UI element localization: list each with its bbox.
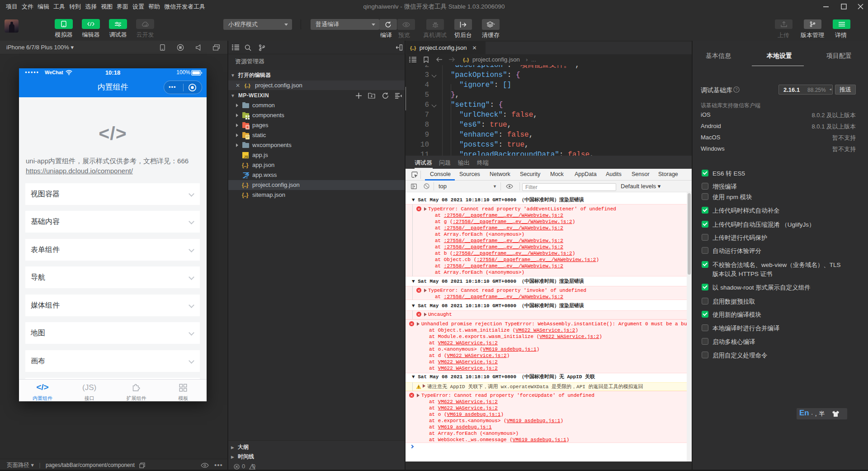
svg-text:?: ?	[735, 87, 737, 92]
